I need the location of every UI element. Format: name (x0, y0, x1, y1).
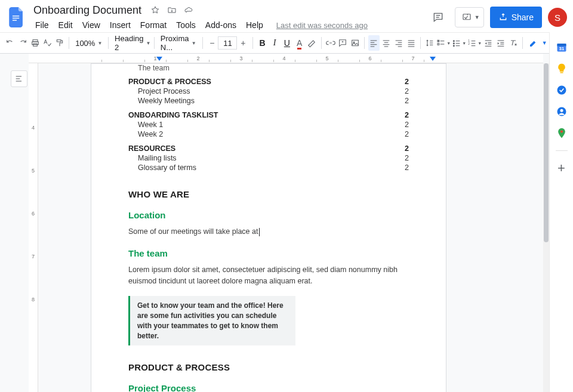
docs-logo[interactable] (6, 7, 27, 28)
toc-item[interactable]: Weekly Meetings2 (128, 96, 409, 106)
heading-team: The team (128, 248, 409, 258)
last-edit[interactable]: Last edit was seconds ago (272, 20, 372, 31)
heading-who-we-are: WHO WE ARE (128, 189, 409, 199)
svg-text:2: 2 (468, 42, 470, 45)
bold-button[interactable]: B (257, 35, 268, 51)
tasks-icon[interactable] (553, 81, 571, 99)
menu-file[interactable]: File (31, 19, 53, 31)
fontsize-value[interactable]: 11 (218, 36, 237, 50)
undo-icon[interactable] (5, 35, 16, 51)
present-button[interactable]: ▼ (455, 7, 484, 27)
numbered-list-icon[interactable]: 12▼ (467, 35, 482, 51)
align-right-icon[interactable] (393, 35, 404, 51)
menu-help[interactable]: Help (242, 19, 267, 31)
decrease-indent-icon[interactable] (483, 35, 494, 51)
add-addon-icon[interactable]: + (553, 159, 571, 177)
menu-format[interactable]: Format (136, 19, 171, 31)
toc-item[interactable]: RESOURCES2 (128, 144, 409, 153)
avatar[interactable]: S (548, 8, 567, 27)
toc-item[interactable]: Week 12 (128, 120, 409, 129)
align-left-icon[interactable] (368, 35, 380, 51)
print-icon[interactable] (29, 35, 41, 51)
font-dropdown[interactable]: Proxima N...▼ (158, 35, 199, 51)
svg-rect-0 (13, 16, 19, 16)
header: Onboarding Document File Edit View Inser… (0, 0, 573, 32)
menu-view[interactable]: View (78, 19, 104, 31)
highlight-button[interactable] (306, 35, 318, 51)
vertical-scrollbar[interactable] (543, 63, 549, 392)
underline-button[interactable]: U (282, 35, 293, 51)
svg-rect-8 (33, 44, 37, 46)
scrollbar-thumb[interactable] (544, 63, 549, 242)
toc-item[interactable]: Glossary of terms2 (128, 163, 409, 172)
toc-item[interactable]: ONBOARDING TASKLIST2 (128, 110, 409, 120)
menu-tools[interactable]: Tools (172, 19, 200, 31)
fontsize-increase[interactable]: + (237, 36, 249, 50)
svg-rect-10 (352, 40, 359, 45)
insert-comment-icon[interactable] (337, 35, 349, 51)
horizontal-ruler[interactable]: 1 2 3 4 5 6 7 (29, 54, 543, 63)
align-justify-icon[interactable] (405, 35, 417, 51)
style-dropdown[interactable]: Heading 2▼ (112, 35, 150, 51)
vertical-ruler[interactable]: 4 5 6 7 8 (29, 63, 38, 392)
cloud-icon[interactable] (183, 5, 194, 16)
toolbar: 100%▼ Heading 2▼ Proxima N...▼ − 11 + B … (0, 32, 573, 54)
italic-button[interactable]: I (269, 35, 281, 51)
keep-icon[interactable] (553, 60, 571, 78)
menu-addons[interactable]: Add-ons (201, 19, 241, 31)
doc-title[interactable]: Onboarding Document (31, 3, 144, 18)
paint-format-icon[interactable] (54, 35, 66, 51)
contacts-icon[interactable] (553, 103, 571, 121)
heading-project-process: Project Process (128, 383, 409, 392)
increase-indent-icon[interactable] (495, 35, 507, 51)
svg-point-36 (454, 43, 455, 44)
svg-rect-9 (57, 40, 61, 42)
move-icon[interactable] (167, 5, 177, 16)
insert-link-icon[interactable] (325, 35, 336, 51)
calendar-icon[interactable]: 31 (553, 38, 571, 56)
text-cursor (259, 228, 260, 236)
star-icon[interactable] (150, 5, 161, 16)
toc-item-partial: The team (128, 64, 409, 72)
bulleted-list-icon[interactable]: ▼ (452, 35, 466, 51)
spellcheck-icon[interactable] (42, 35, 53, 51)
fontsize-decrease[interactable]: − (206, 36, 218, 50)
heading-location: Location (128, 210, 409, 220)
redo-icon[interactable] (17, 35, 29, 51)
svg-text:31: 31 (559, 46, 563, 51)
svg-rect-60 (560, 72, 563, 73)
svg-point-35 (454, 41, 455, 42)
side-panel: 31 + (549, 32, 573, 392)
document-page[interactable]: The team PRODUCT & PROCESS2 Project Proc… (91, 63, 446, 392)
paragraph-team: Lorem ipsum dolor sit amet, consectetuer… (128, 264, 409, 287)
toc-item[interactable]: Week 22 (128, 129, 409, 139)
menubar: File Edit View Insert Format Tools Add-o… (31, 18, 372, 32)
align-center-icon[interactable] (381, 35, 392, 51)
share-label: Share (512, 13, 534, 22)
svg-point-37 (454, 45, 455, 47)
svg-rect-33 (438, 44, 439, 45)
clear-formatting-icon[interactable] (507, 35, 519, 51)
zoom-dropdown[interactable]: 100%▼ (73, 35, 104, 51)
line-spacing-icon[interactable] (424, 35, 436, 51)
document-outline-button[interactable] (11, 70, 27, 87)
callout-box: Get to know your team and the office! He… (128, 296, 295, 345)
toc-item[interactable]: PRODUCT & PROCESS2 (128, 77, 409, 87)
insert-image-icon[interactable] (350, 35, 361, 51)
checklist-icon[interactable]: ▼ (436, 35, 451, 51)
title-area: Onboarding Document File Edit View Inser… (31, 3, 372, 32)
menu-edit[interactable]: Edit (54, 19, 77, 31)
editing-mode-button[interactable]: ▼ (526, 35, 550, 51)
svg-rect-2 (13, 20, 17, 20)
svg-point-64 (560, 130, 562, 132)
menu-insert[interactable]: Insert (106, 19, 135, 31)
svg-rect-1 (13, 18, 19, 18)
text-color-button[interactable]: A (294, 35, 305, 51)
font-size-stepper[interactable]: − 11 + (206, 36, 249, 50)
maps-icon[interactable] (553, 124, 571, 142)
comments-icon[interactable] (427, 7, 449, 28)
toc-item[interactable]: Project Process2 (128, 87, 409, 96)
svg-point-61 (557, 86, 566, 95)
toc-item[interactable]: Mailing lists2 (128, 153, 409, 163)
share-button[interactable]: Share (490, 7, 542, 28)
